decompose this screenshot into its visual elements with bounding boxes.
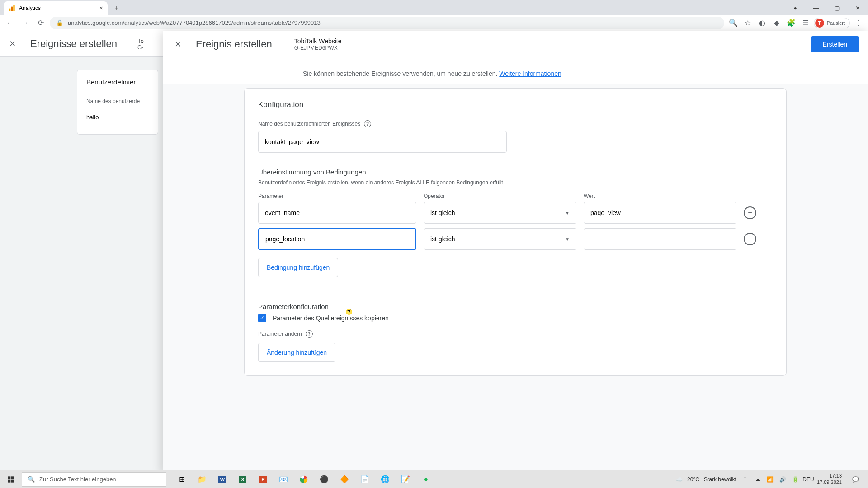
conditions-desc: Benutzerdefiniertes Ereignis erstellen, … [258, 179, 773, 186]
search-placeholder: Zur Suche Text hier eingeben [39, 476, 116, 483]
profile-status: Pausiert [827, 20, 845, 26]
param-input[interactable] [258, 228, 416, 250]
excel-icon[interactable]: X [233, 470, 253, 488]
task-view-icon[interactable]: ⊞ [172, 470, 192, 488]
value-input[interactable] [584, 202, 736, 224]
bg-card-row[interactable]: hallo [77, 108, 158, 126]
explorer-icon[interactable]: 📁 [192, 470, 212, 488]
operator-select[interactable]: ist gleich ▼ [424, 228, 576, 250]
start-button[interactable] [0, 470, 22, 488]
tab-close-icon[interactable]: × [99, 5, 103, 12]
url-text: analytics.google.com/analytics/web/#/a20… [68, 19, 321, 26]
search-icon: 🔍 [28, 476, 35, 483]
bg-close-button[interactable]: ✕ [5, 35, 19, 52]
ext2-icon[interactable]: ◆ [770, 17, 783, 29]
chevron-down-icon: ▼ [565, 237, 570, 242]
spotify-icon[interactable]: ● [416, 470, 436, 488]
lock-icon: 🔒 [56, 19, 63, 26]
remove-condition-button[interactable]: − [744, 206, 756, 219]
add-condition-button[interactable]: Bedingung hinzufügen [258, 258, 338, 277]
chevron-down-icon: ▼ [565, 211, 570, 216]
help-icon[interactable]: ? [364, 120, 371, 127]
copy-params-label: Parameter des Quellereignisses kopieren [273, 314, 389, 322]
config-card: Konfiguration Name des benutzerdefiniert… [244, 88, 787, 376]
copy-params-checkbox[interactable]: ✓ [258, 314, 266, 322]
svg-rect-2 [13, 5, 14, 11]
profile-avatar: T [815, 19, 824, 28]
notification-center-icon[interactable]: 💬 [846, 470, 864, 488]
condition-row: ist gleich ▼ − [258, 202, 773, 224]
config-heading: Konfiguration [258, 100, 773, 109]
browser-tab[interactable]: Analytics × [4, 1, 108, 15]
word-icon[interactable]: W [212, 470, 232, 488]
svg-rect-4 [11, 476, 14, 479]
modal-close-button[interactable]: ✕ [172, 37, 184, 52]
event-name-label: Name des benutzerdefinierten Ereignisses… [258, 120, 773, 127]
more-info-link[interactable]: Weitere Informationen [499, 70, 561, 77]
window-maximize-button[interactable]: ▢ [826, 1, 847, 15]
nav-back-button[interactable]: ← [4, 17, 16, 29]
bg-title: Ereignisse erstellen [30, 38, 117, 50]
conditions-heading: Übereinstimmung von Bedingungen [258, 168, 773, 176]
bg-card-title: Benutzerdefinier [77, 78, 158, 94]
extensions-icon[interactable]: 🧩 [785, 17, 797, 29]
modal-stream-info: TobiTalk Website G-EJPMED6PWX [284, 38, 342, 51]
bg-card-subhead: Name des benutzerde [77, 94, 158, 108]
chrome-icon[interactable] [294, 470, 314, 488]
bg-events-card: Benutzerdefinier Name des benutzerde hal… [77, 70, 158, 135]
obs-icon[interactable]: ⚫ [314, 470, 334, 488]
col-operator: Operator [424, 193, 576, 199]
powerpoint-icon[interactable]: P [253, 470, 273, 488]
event-name-input[interactable] [258, 131, 507, 153]
svg-rect-0 [9, 9, 10, 11]
window-minimize-button[interactable]: — [806, 1, 826, 15]
address-bar[interactable]: 🔒 analytics.google.com/analytics/web/#/a… [50, 17, 724, 29]
bg-stream-label: To G- [128, 38, 144, 51]
chrome-account-icon[interactable]: ● [785, 1, 806, 15]
nav-reload-button[interactable]: ⟳ [34, 17, 47, 29]
operator-select[interactable]: ist gleich ▼ [424, 202, 576, 224]
edge-icon[interactable]: 🌐 [375, 470, 395, 488]
language-icon[interactable]: DEU [804, 475, 812, 483]
app-icon[interactable]: 🔶 [335, 470, 354, 488]
svg-rect-5 [8, 479, 10, 482]
search-addr-icon[interactable]: 🔍 [727, 17, 740, 29]
wifi-icon[interactable]: 📶 [766, 475, 774, 483]
tab-title: Analytics [19, 5, 41, 11]
analytics-favicon-icon [8, 5, 15, 12]
modify-params-label: Parameter ändern ? [258, 330, 773, 338]
value-input[interactable] [584, 228, 736, 250]
profile-badge[interactable]: T Pausiert [814, 18, 850, 28]
param-input[interactable] [258, 202, 416, 224]
weather-icon[interactable]: ☁️ [676, 476, 683, 483]
ext1-icon[interactable]: ◐ [756, 17, 769, 29]
weather-desc: Stark bewölkt [704, 476, 736, 483]
weather-temp: 20°C [687, 476, 699, 483]
remove-condition-button[interactable]: − [744, 233, 756, 245]
taskbar-clock[interactable]: 17:13 17.09.2021 [817, 473, 842, 485]
reading-list-icon[interactable]: ☰ [799, 17, 812, 29]
bookmark-star-icon[interactable]: ☆ [741, 17, 754, 29]
taskbar-search[interactable]: 🔍 Zur Suche Text hier eingeben [22, 472, 166, 487]
svg-rect-1 [11, 7, 13, 11]
onedrive-icon[interactable]: ☁ [754, 475, 762, 483]
param-config-heading: Parameterkonfiguration [258, 303, 773, 310]
col-parameter: Parameter [258, 193, 416, 199]
window-close-button[interactable]: ✕ [847, 1, 868, 15]
tray-chevron-icon[interactable]: ˄ [741, 475, 749, 483]
volume-icon[interactable]: 🔊 [779, 475, 787, 483]
windows-taskbar: 🔍 Zur Suche Text hier eingeben ⊞ 📁 W X P… [0, 470, 868, 488]
modal-title: Ereignis erstellen [196, 38, 272, 50]
notepad-icon[interactable]: 📝 [396, 470, 415, 488]
info-text: Sie können bestehende Ereignisse verwend… [244, 70, 787, 77]
mail-icon[interactable]: 📧 [274, 470, 293, 488]
battery-icon[interactable]: 🔋 [792, 475, 800, 483]
nav-forward-button[interactable]: → [19, 17, 32, 29]
help-icon[interactable]: ? [306, 330, 313, 338]
col-value: Wert [584, 193, 736, 199]
add-change-button[interactable]: Änderung hinzufügen [258, 343, 335, 362]
new-tab-button[interactable]: + [110, 2, 123, 14]
create-button[interactable]: Erstellen [811, 36, 859, 52]
chrome-menu-icon[interactable]: ⋮ [852, 17, 864, 29]
app2-icon[interactable]: 📄 [355, 470, 375, 488]
